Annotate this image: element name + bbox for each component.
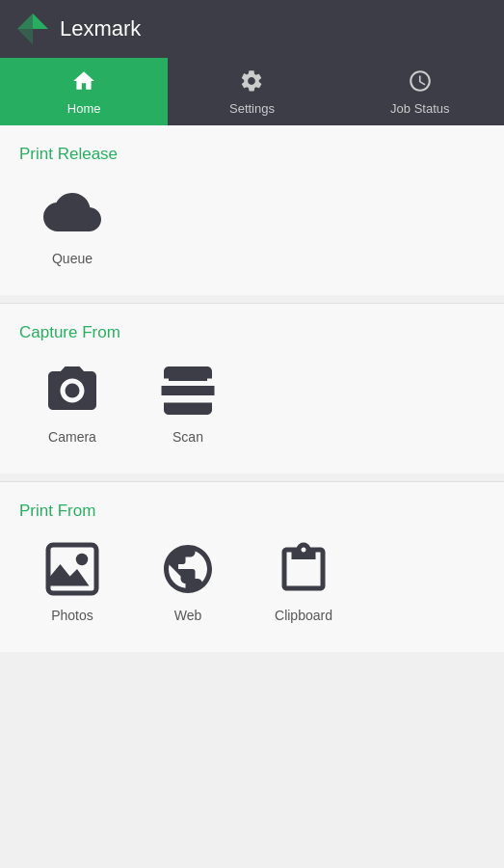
print-from-title: Print From [19, 502, 485, 521]
photos-label: Photos [51, 608, 93, 623]
queue-icon [43, 183, 101, 241]
queue-label: Queue [52, 251, 93, 266]
photos-icon [43, 540, 101, 598]
scan-label: Scan [172, 429, 203, 445]
logo: Lexmark [15, 12, 141, 46]
logo-text: Lexmark [60, 16, 141, 41]
photos-item[interactable]: Photos [19, 540, 125, 623]
clipboard-icon [275, 540, 332, 598]
tab-settings[interactable]: Settings [168, 58, 335, 125]
capture-from-items: Camera Scan [19, 362, 485, 445]
print-from-items: Photos Web Clipboard [19, 540, 485, 623]
camera-item[interactable]: Camera [19, 362, 125, 445]
tab-bar: Home Settings Job Status [0, 58, 504, 125]
print-release-items: Queue [19, 183, 485, 266]
print-from-section: Print From Photos [0, 482, 504, 652]
tab-home[interactable]: Home [0, 58, 168, 125]
clipboard-label: Clipboard [275, 608, 332, 623]
camera-label: Camera [48, 429, 96, 445]
home-icon [71, 68, 96, 97]
svg-marker-1 [17, 14, 33, 29]
svg-marker-0 [33, 14, 48, 29]
capture-from-section: Capture From Camera [0, 304, 504, 474]
tab-job-status[interactable]: Job Status [336, 58, 504, 125]
scan-icon [159, 362, 217, 420]
capture-from-title: Capture From [19, 323, 485, 342]
print-release-section: Print Release Queue [0, 125, 504, 295]
queue-item[interactable]: Queue [19, 183, 125, 266]
lexmark-logo-icon [15, 12, 50, 46]
tab-settings-label: Settings [229, 101, 275, 116]
job-status-icon [408, 68, 433, 97]
web-label: Web [174, 608, 202, 623]
svg-marker-2 [17, 29, 33, 44]
settings-icon [239, 68, 264, 97]
svg-point-5 [76, 554, 89, 566]
tab-job-status-label: Job Status [390, 101, 449, 116]
main-content: Print Release Queue Capture From [0, 125, 504, 868]
header: Lexmark [0, 0, 504, 58]
camera-icon [43, 362, 101, 420]
print-release-title: Print Release [19, 145, 485, 164]
web-icon [159, 540, 217, 598]
tab-home-label: Home [67, 101, 101, 116]
svg-point-3 [66, 384, 80, 398]
clipboard-item[interactable]: Clipboard [251, 540, 357, 623]
web-item[interactable]: Web [135, 540, 241, 623]
scan-item[interactable]: Scan [135, 362, 241, 445]
